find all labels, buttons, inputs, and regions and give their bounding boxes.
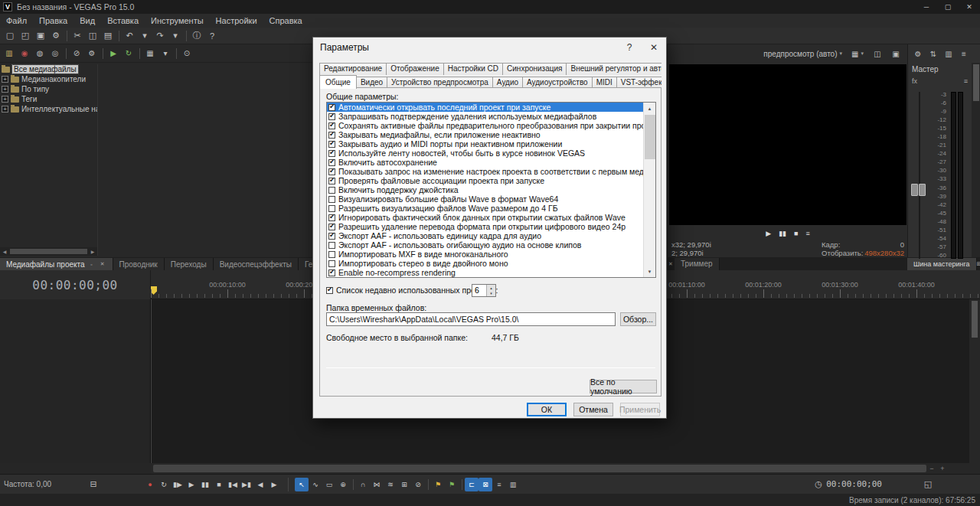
expand-icon[interactable] bbox=[2, 106, 8, 113]
get-media-from-web-button[interactable]: ◎ bbox=[47, 47, 63, 60]
copy-snapshot-button[interactable]: ◫ bbox=[870, 47, 885, 60]
option-checkbox[interactable] bbox=[328, 150, 335, 157]
expand-icon[interactable] bbox=[2, 96, 8, 103]
scroll-down-icon[interactable]: ▼ bbox=[644, 266, 656, 277]
timeline-hscrollbar[interactable]: − + bbox=[151, 463, 969, 474]
option-row[interactable]: Разрешить визуализацию файлов Wave разме… bbox=[327, 204, 643, 213]
scrollbar-thumb[interactable] bbox=[972, 301, 978, 338]
dialog-tab[interactable]: Редактирование bbox=[319, 63, 387, 75]
close-button[interactable]: ✕ bbox=[959, 0, 980, 14]
option-row[interactable]: Автоматически открывать последний проект… bbox=[327, 103, 643, 112]
option-checkbox[interactable] bbox=[328, 224, 335, 230]
go-to-start-button[interactable]: ▮◀ bbox=[226, 478, 240, 491]
envelope-edit-tool-button[interactable]: ∿ bbox=[309, 478, 322, 491]
mixer-view-button[interactable]: ▥ bbox=[506, 478, 520, 491]
paste-button[interactable]: ▤ bbox=[100, 29, 116, 43]
timeline-marker-icon[interactable] bbox=[151, 286, 157, 295]
master-fader[interactable]: -3-6-9-12-15-18-21-24-27-30-33-36-39-42-… bbox=[908, 92, 972, 259]
remove-unused-media-button[interactable]: ⊘ bbox=[69, 47, 84, 60]
preview-menu-button[interactable]: ≡ bbox=[806, 230, 810, 237]
mixer-menu-button[interactable]: ≡ bbox=[956, 47, 972, 60]
record-button[interactable]: ● bbox=[143, 478, 157, 491]
option-checkbox[interactable] bbox=[328, 251, 335, 258]
menu-item[interactable]: Вид bbox=[74, 16, 101, 25]
dialog-tab[interactable]: Внешний регулятор и автоматизац bbox=[566, 63, 662, 75]
option-checkbox[interactable] bbox=[328, 205, 335, 212]
insert-marker-button[interactable]: ⚑ bbox=[431, 478, 445, 491]
dialog-tab[interactable]: Синхронизация bbox=[502, 63, 567, 75]
auto-ripple-button[interactable]: ≋ bbox=[384, 478, 397, 491]
preview-play-button[interactable]: ▶ bbox=[766, 230, 771, 237]
scroll-up-icon[interactable]: ▲ bbox=[644, 103, 656, 114]
menu-item[interactable]: Справка bbox=[263, 16, 309, 25]
option-checkbox[interactable] bbox=[328, 122, 335, 129]
redo-list-button[interactable]: ▾ bbox=[168, 29, 183, 43]
option-row[interactable]: Экспорт AAF - использовать единицу кадра… bbox=[327, 231, 643, 240]
option-row[interactable]: Запрашивать подтверждение удаления испол… bbox=[327, 112, 643, 121]
menu-item[interactable]: Инструменты bbox=[145, 16, 210, 25]
mixer-downmix-button[interactable]: ⇅ bbox=[926, 47, 941, 60]
dialog-tab[interactable]: Настройки CD bbox=[443, 63, 503, 75]
option-row[interactable]: Игнорировать фактический блок данных при… bbox=[327, 213, 643, 222]
save-snapshot-button[interactable]: ▣ bbox=[888, 47, 903, 60]
option-row[interactable]: Разрешить удаление перевода формата при … bbox=[327, 222, 643, 231]
option-row[interactable]: Импортировать MXF в виде многоканального bbox=[327, 250, 643, 259]
maximize-button[interactable]: ▢ bbox=[937, 0, 959, 14]
option-checkbox[interactable] bbox=[328, 269, 335, 276]
menu-item[interactable]: Файл bbox=[0, 16, 33, 25]
option-row[interactable]: Показывать запрос на изменение настроек … bbox=[327, 167, 643, 176]
option-checkbox[interactable] bbox=[328, 233, 335, 240]
option-checkbox[interactable] bbox=[328, 113, 335, 120]
option-row[interactable]: Используйте ленту новостей, чтобы быть в… bbox=[327, 149, 643, 158]
fader-handle-left[interactable] bbox=[911, 184, 918, 196]
spin-up-icon[interactable]: ▴ bbox=[487, 285, 495, 291]
option-row[interactable]: Визуализировать большие файлы Wave в фор… bbox=[327, 194, 643, 204]
loop-region-button[interactable]: ⊏ bbox=[465, 478, 479, 491]
option-row[interactable]: Сохранять активные файлы предварительног… bbox=[327, 121, 643, 130]
option-row[interactable]: Закрывать медиафайлы, если приложение не… bbox=[327, 130, 643, 139]
option-row[interactable]: Импортировать стерео в виде двойного мон… bbox=[327, 259, 643, 268]
temp-folder-input[interactable] bbox=[326, 312, 616, 326]
spin-down-icon[interactable]: ▾ bbox=[487, 291, 495, 297]
stop-button[interactable]: ■ bbox=[212, 478, 226, 491]
option-checkbox[interactable] bbox=[328, 214, 335, 221]
rate-control-icon[interactable]: ⊟ bbox=[86, 478, 101, 491]
option-row[interactable]: Включить автосохранение bbox=[327, 158, 643, 167]
dock-tab[interactable]: Медиафайлы проекта ▫ ✕ bbox=[0, 258, 113, 270]
browse-button[interactable]: Обзор... bbox=[620, 312, 656, 326]
scrollbar-track[interactable] bbox=[9, 248, 88, 255]
recent-projects-checkbox[interactable] bbox=[326, 287, 333, 294]
ok-button[interactable]: ОК bbox=[527, 403, 567, 416]
option-row[interactable]: Enable no-recompress rendering bbox=[327, 268, 643, 277]
option-checkbox[interactable] bbox=[328, 178, 335, 184]
option-row[interactable]: Включить поддержку джойстика bbox=[327, 185, 643, 194]
scroll-right-icon[interactable]: ▶ bbox=[88, 247, 97, 256]
tree-item[interactable]: По типу bbox=[0, 84, 97, 94]
project-properties-button[interactable]: ⚙ bbox=[48, 29, 64, 43]
fader-handle-right[interactable] bbox=[919, 184, 926, 196]
search-media-button[interactable]: ⊙ bbox=[179, 47, 194, 60]
enable-snapping-button[interactable]: ∩ bbox=[356, 478, 370, 491]
preview-quality-dropdown[interactable]: предпросмотр (авто) ▾ bbox=[760, 49, 845, 59]
defaults-button[interactable]: Все по умолчанию bbox=[590, 380, 657, 393]
whats-this-help-button[interactable]: ? bbox=[204, 29, 220, 43]
mixer-meters-button[interactable]: ▥ bbox=[941, 47, 956, 60]
dock-tab[interactable]: Проводник ▫ ✕ bbox=[113, 258, 165, 270]
open-project-button[interactable]: ◰ bbox=[18, 29, 33, 43]
option-checkbox[interactable] bbox=[328, 104, 335, 111]
tree-item[interactable]: Все медиафайлы bbox=[0, 64, 97, 74]
edit-tool-button[interactable]: ↖ bbox=[295, 478, 309, 491]
dock-tab[interactable]: Переходы ▫ ✕ bbox=[165, 258, 214, 270]
start-preview-button[interactable]: ▶ bbox=[106, 47, 121, 60]
meter-menu-icon[interactable]: ≡ bbox=[964, 77, 968, 85]
option-checkbox[interactable] bbox=[328, 132, 335, 139]
zoom-edit-tool-button[interactable]: ⊕ bbox=[336, 478, 350, 491]
extract-audio-button[interactable]: ◍ bbox=[32, 47, 47, 60]
lock-envelopes-button[interactable]: ⊞ bbox=[397, 478, 411, 491]
auto-preview-events-button[interactable]: ⊠ bbox=[479, 478, 492, 491]
option-row[interactable]: Экспорт AAF - использовать огибающую ауд… bbox=[327, 240, 643, 250]
list-scrollbar[interactable]: ▲ ▼ bbox=[643, 103, 655, 277]
loop-playback-button[interactable]: ↻ bbox=[157, 478, 171, 491]
dock-tab[interactable]: Видеоспецэффекты ▫ ✕ bbox=[214, 258, 299, 270]
scroll-left-icon[interactable]: ◀ bbox=[0, 247, 9, 256]
